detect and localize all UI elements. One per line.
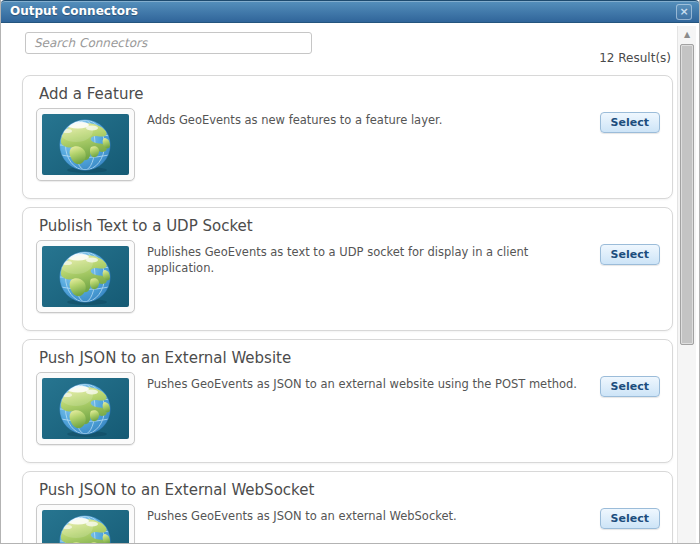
connector-list: Add a Feature Adds GeoEvents as new feat… <box>22 75 673 544</box>
connector-description: Publishes GeoEvents as text to a UDP soc… <box>147 245 594 276</box>
search-input[interactable] <box>25 32 312 54</box>
dialog-titlebar: Output Connectors × <box>1 0 699 23</box>
select-button[interactable]: Select <box>600 508 660 529</box>
select-button[interactable]: Select <box>600 112 660 133</box>
scrollbar-thumb[interactable] <box>680 44 694 345</box>
connector-title: Publish Text to a UDP Socket <box>39 217 253 235</box>
connector-thumbnail <box>36 504 135 544</box>
connector-thumbnail <box>36 240 135 313</box>
connector-card: Push JSON to an External Website Pushes … <box>22 339 673 463</box>
scrollbar-track[interactable]: ▲ <box>677 26 696 543</box>
globe-icon <box>42 510 129 544</box>
connector-description: Pushes GeoEvents as JSON to an external … <box>147 377 594 393</box>
results-count: 12 Result(s) <box>599 51 671 65</box>
dialog-title: Output Connectors <box>1 1 699 22</box>
close-icon[interactable]: × <box>676 4 692 20</box>
connector-description: Adds GeoEvents as new features to a feat… <box>147 113 594 129</box>
connector-thumbnail <box>36 372 135 445</box>
connector-card: Publish Text to a UDP Socket Publishes G… <box>22 207 673 331</box>
scroll-up-icon[interactable]: ▲ <box>678 30 696 39</box>
select-button[interactable]: Select <box>600 376 660 397</box>
connector-title: Add a Feature <box>39 85 143 103</box>
connector-title: Push JSON to an External WebSocket <box>39 481 314 499</box>
connector-card: Push JSON to an External WebSocket Pushe… <box>22 471 673 544</box>
select-button[interactable]: Select <box>600 244 660 265</box>
globe-icon <box>42 114 129 175</box>
globe-icon <box>42 378 129 439</box>
connector-title: Push JSON to an External Website <box>39 349 291 367</box>
connector-description: Pushes GeoEvents as JSON to an external … <box>147 509 594 525</box>
connector-thumbnail <box>36 108 135 181</box>
globe-icon <box>42 246 129 307</box>
connector-card: Add a Feature Adds GeoEvents as new feat… <box>22 75 673 199</box>
